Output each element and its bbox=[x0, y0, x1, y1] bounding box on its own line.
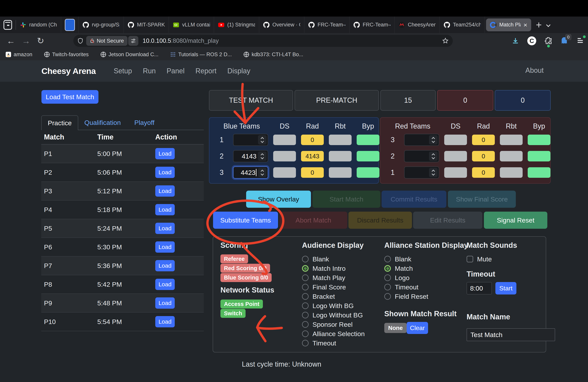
bookmark-ros-tutorials[interactable]: Tutorials — ROS 2 D... bbox=[170, 52, 232, 58]
audience-option-sponsor-reel[interactable]: Sponsor Reel bbox=[302, 320, 353, 329]
browser-tab-cheesyarena-fm[interactable]: CheesyArena F bbox=[395, 17, 440, 33]
number-stepper[interactable] bbox=[429, 152, 438, 161]
load-button[interactable]: Load bbox=[155, 167, 175, 178]
edit-results-button[interactable]: Edit Results bbox=[413, 212, 482, 229]
ghost-extension-icon[interactable]: 0 bbox=[560, 37, 568, 45]
load-button[interactable]: Load bbox=[155, 241, 175, 253]
start-match-button[interactable]: Start Match bbox=[313, 191, 380, 208]
number-stepper[interactable] bbox=[258, 152, 267, 161]
close-icon[interactable]: × bbox=[524, 21, 527, 28]
site-settings-chip[interactable] bbox=[128, 36, 138, 46]
nav-item-display[interactable]: Display bbox=[227, 67, 250, 75]
blue-team-2-input[interactable]: 4143 bbox=[233, 150, 268, 162]
nav-item-setup[interactable]: Setup bbox=[114, 67, 132, 75]
url-field[interactable]: Not Secure 10.0.100.5:8080/match_play bbox=[73, 35, 453, 47]
browser-menu-icon[interactable] bbox=[576, 37, 584, 45]
clear-result-button[interactable]: Clear bbox=[407, 322, 428, 334]
load-button[interactable]: Load bbox=[155, 185, 175, 197]
blue-team-3-input[interactable]: 4423 bbox=[233, 166, 268, 179]
show-final-score-button[interactable]: Show Final Score bbox=[448, 191, 516, 208]
extensions-puzzle-icon[interactable] bbox=[545, 37, 552, 45]
number-stepper[interactable] bbox=[429, 135, 438, 144]
mute-checkbox-row[interactable]: Mute bbox=[467, 255, 492, 263]
new-tab-button[interactable]: + bbox=[536, 20, 542, 30]
nav-item-about[interactable]: About bbox=[525, 66, 544, 75]
red-team-2-input[interactable] bbox=[404, 150, 439, 162]
tabs-menu-chevron-icon[interactable] bbox=[546, 22, 551, 27]
station-option-field-reset[interactable]: Field Reset bbox=[384, 292, 428, 301]
timeout-start-button[interactable]: Start bbox=[495, 282, 516, 295]
signal-reset-button[interactable]: Signal Reset bbox=[484, 212, 547, 229]
not-secure-chip[interactable]: Not Secure bbox=[86, 36, 127, 46]
browser-tab-team254[interactable]: Team254/chee bbox=[440, 17, 485, 33]
tab-practice[interactable]: Practice bbox=[41, 115, 78, 130]
commit-results-button[interactable]: Commit Results bbox=[381, 191, 446, 208]
browser-tab-frc-1[interactable]: FRC-Team-414 bbox=[304, 17, 349, 33]
load-button[interactable]: Load bbox=[155, 297, 175, 309]
bookmark-kdb373[interactable]: kdb373: CTI-L4T Bo... bbox=[243, 52, 303, 58]
load-test-match-button[interactable]: Load Test Match bbox=[42, 90, 99, 104]
audience-option-match-intro[interactable]: Match Intro bbox=[302, 264, 346, 273]
station-option-timeout[interactable]: Timeout bbox=[384, 283, 419, 291]
load-button[interactable]: Load bbox=[155, 279, 175, 290]
browser-tab-pinned[interactable] bbox=[61, 17, 79, 33]
load-button[interactable]: Load bbox=[155, 316, 175, 327]
forward-icon[interactable]: → bbox=[22, 37, 30, 45]
download-icon[interactable] bbox=[512, 37, 519, 44]
browser-tab-youtube[interactable]: (1) Stringman - bbox=[214, 17, 259, 33]
number-stepper[interactable] bbox=[429, 168, 438, 177]
audience-option-final-score[interactable]: Final Score bbox=[302, 283, 346, 291]
browser-tab-slack[interactable]: random (Chann bbox=[16, 17, 61, 33]
checkbox-icon[interactable] bbox=[467, 256, 473, 262]
browser-tab-overview[interactable]: Overview · Offs bbox=[259, 17, 304, 33]
reload-icon[interactable]: ↻ bbox=[37, 37, 44, 45]
load-button[interactable]: Load bbox=[155, 260, 175, 271]
number-stepper[interactable] bbox=[258, 135, 267, 144]
byp-status-cell bbox=[528, 167, 550, 178]
browser-tab-github-rvp[interactable]: rvp-group/Spla bbox=[79, 17, 124, 33]
show-overlay-button[interactable]: Show Overlay bbox=[246, 191, 311, 208]
load-button[interactable]: Load bbox=[155, 204, 175, 215]
audience-option-blank[interactable]: Blank bbox=[302, 255, 329, 263]
blue-scoring-badge[interactable]: Blue Scoring 0/0 bbox=[220, 273, 272, 282]
browser-tab-mit-spark[interactable]: MIT-SPARK bbox=[124, 17, 169, 33]
station-option-logo[interactable]: Logo bbox=[384, 273, 410, 282]
tab-qualification[interactable]: Qualification bbox=[78, 115, 127, 130]
timeout-duration-input[interactable]: 8:00 bbox=[467, 282, 492, 295]
discard-results-button[interactable]: Discard Results bbox=[349, 212, 412, 229]
audience-option-alliance-selection[interactable]: Alliance Selection bbox=[302, 329, 365, 338]
bookmark-jetson[interactable]: Jetson Download C... bbox=[100, 52, 159, 58]
browser-tab-frc-2[interactable]: FRC-Team-414 bbox=[349, 17, 395, 33]
tab-overview-button[interactable] bbox=[0, 17, 16, 33]
back-icon[interactable]: ← bbox=[7, 37, 15, 45]
audience-option-bracket[interactable]: Bracket bbox=[302, 292, 335, 301]
c-extension-icon[interactable]: C bbox=[527, 36, 536, 45]
red-scoring-badge[interactable]: Red Scoring 0/0 bbox=[220, 264, 270, 273]
substitute-teams-button[interactable]: Substitute Teams bbox=[213, 212, 278, 229]
bookmark-star-icon[interactable] bbox=[442, 37, 449, 44]
audience-option-logo-with-bg[interactable]: Logo With BG bbox=[302, 302, 354, 310]
station-option-match[interactable]: Match bbox=[384, 264, 413, 273]
abort-match-button[interactable]: Abort Match bbox=[279, 212, 347, 229]
app-brand[interactable]: Cheesy Arena bbox=[42, 66, 96, 76]
red-team-1-input[interactable] bbox=[404, 166, 439, 179]
browser-tab-match-play-active[interactable]: Match Play - × bbox=[486, 19, 531, 31]
bookmark-amazon[interactable]: a amazon bbox=[5, 52, 32, 58]
number-stepper[interactable] bbox=[258, 168, 267, 177]
nav-item-run[interactable]: Run bbox=[143, 67, 156, 75]
browser-tab-vllm[interactable]: vLLM containe bbox=[169, 17, 214, 33]
match-name-input[interactable]: Test Match bbox=[467, 328, 555, 341]
audience-option-match-play[interactable]: Match Play bbox=[302, 273, 345, 282]
load-button[interactable]: Load bbox=[155, 148, 175, 159]
nav-item-report[interactable]: Report bbox=[195, 67, 216, 75]
referee-badge[interactable]: Referee bbox=[220, 254, 248, 263]
tab-playoff[interactable]: Playoff bbox=[127, 115, 162, 130]
blue-team-1-input[interactable] bbox=[233, 134, 268, 146]
station-option-blank[interactable]: Blank bbox=[384, 255, 411, 263]
audience-option-logo-without-bg[interactable]: Logo Without BG bbox=[302, 311, 363, 319]
red-team-3-input[interactable] bbox=[404, 134, 439, 146]
nav-item-panel[interactable]: Panel bbox=[167, 67, 185, 75]
audience-option-timeout[interactable]: Timeout bbox=[302, 339, 336, 347]
bookmark-twitch-favorites[interactable]: Twitch-favorites bbox=[44, 52, 89, 58]
load-button[interactable]: Load bbox=[155, 223, 175, 234]
